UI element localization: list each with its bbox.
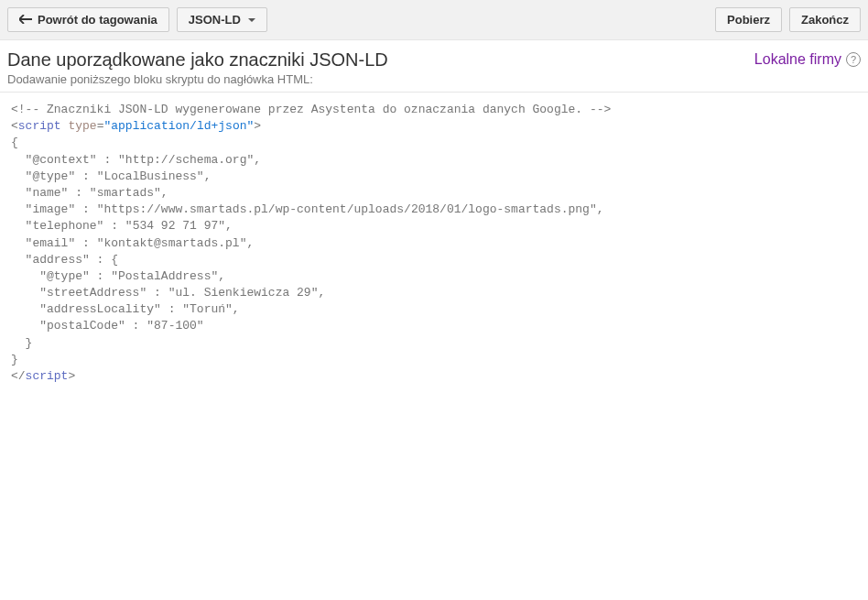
code-text: , <box>597 202 604 216</box>
code-text: { <box>11 136 18 149</box>
code-text: "telephone" : <box>11 219 125 233</box>
code-text: > <box>68 369 75 383</box>
code-text: </ <box>11 369 26 383</box>
code-text: "https://www.smartads.pl/wp-content/uplo… <box>97 202 597 216</box>
code-text: "@type" : <box>11 169 97 183</box>
code-text: "534 92 71 97" <box>125 219 225 233</box>
code-text: , <box>246 236 254 250</box>
page-subtitle: Dodawanie poniższego bloku skryptu do na… <box>7 72 388 86</box>
download-button[interactable]: Pobierz <box>715 7 782 32</box>
code-text: , <box>225 219 233 233</box>
code-text: "Toruń" <box>182 302 233 316</box>
code-text: , <box>318 286 325 300</box>
code-comment: <!-- Znaczniki JSON-LD wygenerowane prze… <box>11 103 611 116</box>
code-text: "addressLocality" : <box>11 302 182 316</box>
content-header: Dane uporządkowane jako znaczniki JSON-L… <box>0 40 868 93</box>
code-text: "@context" : <box>11 153 118 167</box>
code-block: <!-- Znaczniki JSON-LD wygenerowane prze… <box>0 93 868 394</box>
code-text: "streetAddress" : <box>11 286 168 300</box>
format-dropdown-label: JSON-LD <box>189 13 241 27</box>
help-icon[interactable]: ? <box>846 52 861 67</box>
code-text: "application/ld+json" <box>103 119 254 133</box>
code-text: , <box>218 269 225 283</box>
arrow-left-icon <box>19 13 32 27</box>
code-text: "smartads" <box>90 186 161 200</box>
finish-button[interactable]: Zakończ <box>789 7 861 32</box>
code-text: "ul. Sienkiewicza 29" <box>168 286 319 300</box>
code-text: , <box>254 153 261 167</box>
toolbar: Powrót do tagowania JSON-LD Pobierz Zako… <box>0 0 868 40</box>
code-text: type <box>68 119 96 133</box>
title-area: Dane uporządkowane jako znaczniki JSON-L… <box>7 49 388 86</box>
code-text: script <box>18 119 61 133</box>
code-text: , <box>204 169 212 183</box>
chevron-down-icon <box>248 18 255 22</box>
code-text: "LocalBusiness" <box>97 169 204 183</box>
local-business-link[interactable]: Lokalne firmy <box>754 51 841 68</box>
code-text: , <box>233 302 240 316</box>
code-text: { <box>111 253 118 267</box>
code-text: "@type" : <box>11 269 111 283</box>
code-text: "http://schema.org" <box>118 153 254 167</box>
code-text: "image" : <box>11 202 97 216</box>
code-text: "email" : <box>11 236 97 250</box>
back-button-label: Powrót do tagowania <box>38 13 157 27</box>
code-text: < <box>11 119 18 133</box>
code-text: "postalCode" : <box>11 319 146 333</box>
code-text: } <box>11 336 32 350</box>
page-title: Dane uporządkowane jako znaczniki JSON-L… <box>7 49 388 71</box>
code-text: > <box>254 119 261 133</box>
back-button[interactable]: Powrót do tagowania <box>7 7 169 32</box>
code-text: , <box>161 186 168 200</box>
code-text: } <box>11 353 18 366</box>
code-text: "address" : <box>11 253 111 267</box>
link-area: Lokalne firmy ? <box>754 49 861 68</box>
code-text: script <box>26 369 69 383</box>
finish-button-label: Zakończ <box>801 13 849 27</box>
format-dropdown[interactable]: JSON-LD <box>177 7 267 32</box>
code-text: "87-100" <box>146 319 203 333</box>
code-text: "PostalAddress" <box>111 269 218 283</box>
code-text: "name" : <box>11 186 90 200</box>
download-button-label: Pobierz <box>727 13 770 27</box>
code-text: "kontakt@smartads.pl" <box>97 236 247 250</box>
